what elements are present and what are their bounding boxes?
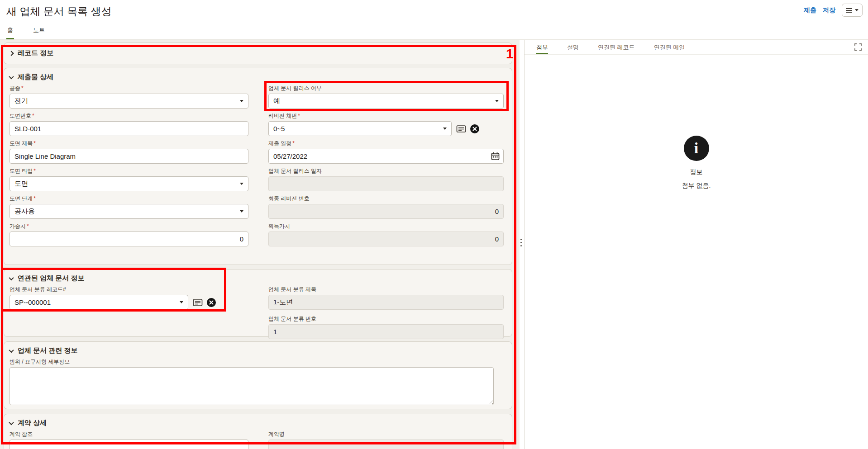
field-release-date: 업체 문서 릴리스 일자 bbox=[268, 168, 504, 191]
selected-value: 도면 bbox=[14, 180, 28, 188]
pane-splitter-handle[interactable] bbox=[519, 235, 523, 250]
empty-state-message: 첨부 없음. bbox=[525, 182, 868, 190]
drawing-number-input[interactable] bbox=[10, 121, 248, 136]
field-label: 계약 참조 bbox=[10, 431, 33, 437]
required-asterisk: * bbox=[33, 140, 36, 147]
field-revision-scheme: 리비전 채번* 0~5 bbox=[268, 113, 504, 136]
drawing-stage-select[interactable]: 공사용 bbox=[10, 204, 248, 219]
contract-name-readonly bbox=[268, 440, 504, 449]
section-title: 레코드 정보 bbox=[18, 49, 53, 57]
submittal-date-input[interactable] bbox=[268, 149, 504, 164]
field-drawing-number: 도면번호* bbox=[10, 113, 248, 136]
field-label: 가중치 bbox=[10, 223, 26, 229]
field-label: 도면 제목 bbox=[10, 140, 33, 147]
vendor-doc-release-select[interactable]: 예 bbox=[268, 94, 504, 109]
chevron-down-icon bbox=[240, 210, 243, 213]
required-asterisk: * bbox=[33, 195, 36, 202]
field-label: 업체 문서 릴리스 여부 bbox=[268, 85, 322, 91]
tab-home[interactable]: 홈 bbox=[6, 24, 14, 39]
section-title: 연관된 업체 문서 정보 bbox=[18, 274, 85, 283]
page-title: 새 업체 문서 목록 생성 bbox=[6, 5, 112, 19]
chevron-down-icon bbox=[240, 100, 243, 102]
field-label: 공종 bbox=[10, 85, 20, 91]
page-tabs: 홈 노트 bbox=[6, 24, 46, 39]
section-title: 제출물 상세 bbox=[18, 73, 53, 81]
drawing-type-select[interactable]: 도면 bbox=[10, 176, 248, 191]
revision-scheme-select[interactable]: 0~5 bbox=[268, 121, 452, 136]
required-asterisk: * bbox=[33, 168, 36, 174]
section-submittal-detail: 제출물 상세 공종* 전기 업체 문서 릴리스 여부 예 도면번호* bbox=[4, 68, 512, 265]
clear-value-icon[interactable] bbox=[470, 124, 480, 134]
contract-reference-input[interactable] bbox=[10, 440, 248, 449]
field-vendor-doc-class-no: 업체 문서 분류 번호 1 bbox=[268, 316, 504, 339]
field-label: 업체 문서 분류 레코드# bbox=[10, 286, 66, 293]
field-label: 리비전 채번 bbox=[268, 113, 297, 119]
field-vendor-doc-release: 업체 문서 릴리스 여부 예 bbox=[268, 85, 504, 109]
earned-value-readonly: 0 bbox=[268, 232, 504, 246]
field-label: 범위 / 요구사항 세부정보 bbox=[10, 359, 70, 365]
field-label: 획득가치 bbox=[268, 223, 290, 229]
form-pane: 레코드 정보 제출물 상세 공종* 전기 업체 문서 릴리스 여부 예 bbox=[0, 40, 520, 449]
field-label: 계약명 bbox=[268, 431, 285, 437]
maximize-icon[interactable] bbox=[854, 43, 862, 52]
submit-button[interactable]: 제출 bbox=[804, 6, 816, 14]
required-asterisk: * bbox=[21, 85, 24, 91]
chevron-right-icon bbox=[9, 51, 14, 56]
discipline-select[interactable]: 전기 bbox=[10, 94, 248, 109]
field-drawing-stage: 도면 단계* 공사용 bbox=[10, 195, 248, 219]
hamburger-icon bbox=[846, 7, 852, 14]
field-scope-requirements: 범위 / 요구사항 세부정보 bbox=[10, 359, 506, 405]
section-title: 계약 상세 bbox=[18, 419, 47, 427]
selected-value: 예 bbox=[273, 97, 280, 105]
chevron-down-icon bbox=[9, 347, 14, 352]
required-asterisk: * bbox=[298, 113, 300, 119]
selected-value: 0~5 bbox=[273, 125, 285, 132]
section-submittal-detail-header[interactable]: 제출물 상세 bbox=[10, 73, 506, 81]
more-actions-button[interactable] bbox=[842, 4, 863, 17]
final-revision-readonly: 0 bbox=[268, 204, 504, 219]
field-label: 도면 단계 bbox=[10, 195, 33, 202]
popup-lov-icon[interactable] bbox=[456, 125, 466, 133]
section-vendor-doc-info-header[interactable]: 업체 문서 관련 정보 bbox=[10, 346, 506, 355]
save-button[interactable]: 저장 bbox=[823, 6, 835, 14]
info-icon: i bbox=[684, 136, 709, 161]
chevron-down-icon bbox=[180, 301, 183, 303]
selected-value: 전기 bbox=[14, 97, 28, 105]
chevron-down-icon bbox=[495, 100, 499, 102]
tab-linked-records[interactable]: 연결된 레코드 bbox=[598, 43, 635, 54]
section-record-info: 레코드 정보 bbox=[4, 43, 512, 64]
section-related-vendor-doc-header[interactable]: 연관된 업체 문서 정보 bbox=[10, 274, 506, 283]
field-label: 도면 타입 bbox=[10, 168, 33, 174]
field-label: 업체 문서 분류 제목 bbox=[268, 286, 316, 293]
scope-requirements-textarea[interactable] bbox=[10, 367, 494, 405]
field-label: 도면번호 bbox=[10, 113, 31, 119]
field-earned-value: 획득가치 0 bbox=[268, 223, 504, 246]
field-drawing-title: 도면 제목* bbox=[10, 140, 248, 164]
field-drawing-type: 도면 타입* 도면 bbox=[10, 168, 248, 191]
field-label: 제출 일정 bbox=[268, 140, 291, 147]
release-date-readonly bbox=[268, 176, 504, 191]
weight-input[interactable] bbox=[10, 232, 248, 246]
tab-linked-mail[interactable]: 연결된 메일 bbox=[654, 43, 685, 54]
required-asterisk: * bbox=[32, 113, 34, 119]
tab-attachments[interactable]: 첨부 bbox=[536, 43, 548, 54]
chevron-down-icon bbox=[9, 275, 14, 280]
field-discipline: 공종* 전기 bbox=[10, 85, 248, 109]
drawing-title-input[interactable] bbox=[10, 149, 248, 164]
clear-value-icon[interactable] bbox=[206, 298, 216, 307]
section-contract-detail-header[interactable]: 계약 상세 bbox=[10, 419, 506, 427]
chevron-down-icon bbox=[9, 420, 14, 425]
chevron-down-icon bbox=[240, 183, 243, 185]
attachments-empty-state: i 정보 첨부 없음. bbox=[525, 136, 868, 190]
field-final-revision-no: 최종 리비전 번호 0 bbox=[268, 195, 504, 219]
field-vendor-doc-class-title: 업체 문서 분류 제목 1-도면 bbox=[268, 286, 504, 310]
field-contract-reference: 계약 참조 bbox=[10, 431, 248, 449]
section-record-info-header[interactable]: 레코드 정보 bbox=[10, 49, 506, 57]
attachments-pane: 첨부 설명 연결된 레코드 연결된 메일 i 정보 첨부 없음. bbox=[524, 40, 868, 449]
vendor-doc-class-select[interactable]: SP--000001 bbox=[10, 295, 188, 310]
tab-description[interactable]: 설명 bbox=[567, 43, 579, 54]
tab-notes[interactable]: 노트 bbox=[32, 24, 46, 39]
required-asterisk: * bbox=[27, 223, 29, 229]
calendar-icon[interactable] bbox=[491, 152, 500, 162]
popup-lov-icon[interactable] bbox=[193, 298, 203, 307]
